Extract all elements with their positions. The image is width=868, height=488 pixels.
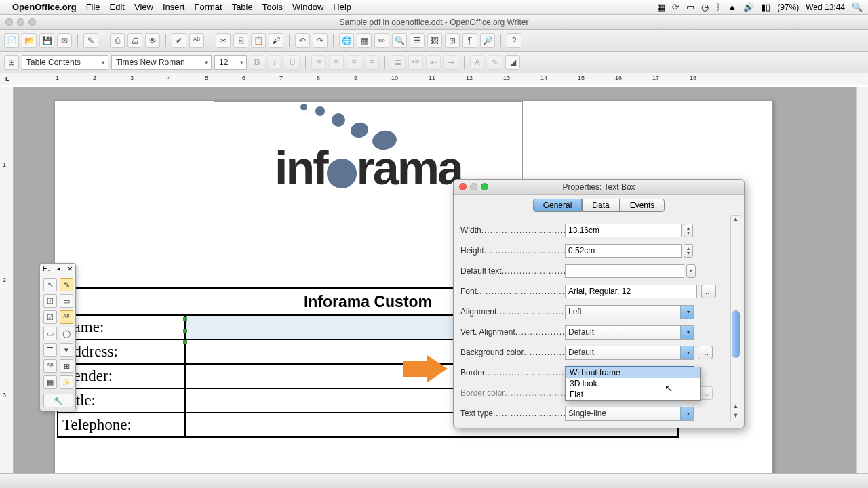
width-spinner[interactable]: ▲▼ [684,224,693,237]
find-button[interactable]: 🔍 [392,33,407,48]
redo-button[interactable]: ↷ [313,33,328,48]
design-mode-button[interactable]: ✎ [60,278,73,291]
bgcolor-browse-button[interactable]: … [698,346,713,359]
save-button[interactable]: 💾 [39,33,54,48]
spellcheck-button[interactable]: ✔ [172,33,186,48]
dialog-scrollbar[interactable]: ▲ ▲ ▼ [730,215,741,422]
print-button[interactable]: 🖨 [127,33,142,48]
table-button[interactable]: ▦ [357,33,372,48]
form-design-button[interactable]: ⊞ [60,359,73,373]
palette-titlebar[interactable]: F.. ◂ ✕ [40,264,75,274]
valign-combo[interactable]: Default [565,325,694,340]
wifi-icon[interactable]: ▲ [728,2,736,12]
form-controls-palette[interactable]: F.. ◂ ✕ ↖ ✎ ☑ ▭ ☑ ᴬᴮ ▭ ◯ ☰ ▾ ᴬᴮ ⊞ ▦ ✨ 🔧 [39,263,76,411]
help-button[interactable]: ? [507,33,521,48]
chevron-icon[interactable]: ◂ [57,265,60,272]
textbox-tool[interactable]: ▭ [60,294,73,308]
italic-button[interactable]: I [267,55,282,70]
open-button[interactable]: 📂 [22,33,37,48]
align-left-button[interactable]: ≡ [311,55,326,70]
textbox-selection-handles[interactable] [185,319,187,342]
datasource-button[interactable]: ⊞ [445,33,460,48]
horizontal-ruler[interactable]: L 123456789101112131415161718 [0,73,868,85]
listbox-tool[interactable]: ☰ [43,343,57,357]
default-text-dropdown-icon[interactable]: ▾ [686,264,696,278]
close-icon[interactable]: ✕ [67,265,73,272]
font-combo[interactable]: Times New Roman [111,55,212,70]
gallery-button[interactable]: 🖼 [427,33,442,48]
menu-help[interactable]: Help [333,2,351,12]
display-icon[interactable]: ▭ [686,2,694,12]
menu-file[interactable]: File [86,2,100,12]
battery-icon[interactable]: ▮▯ [761,2,770,12]
highlight-button[interactable]: ✎ [488,55,502,70]
autocheck-button[interactable]: ᴬᴮ [189,33,204,48]
select-tool[interactable]: ↖ [43,278,57,291]
bullet-list-button[interactable]: •≡ [408,55,423,70]
email-button[interactable]: ✉ [57,33,72,48]
hyperlink-button[interactable]: 🌐 [339,33,354,48]
align-justify-button[interactable]: ≡ [364,55,379,70]
width-input[interactable] [565,224,682,237]
bluetooth-icon[interactable]: ᛒ [715,2,721,12]
menu-view[interactable]: View [134,2,153,12]
size-combo[interactable]: 12 [214,55,247,70]
style-combo[interactable]: Table Contents [22,55,108,70]
numbered-list-button[interactable]: ≣ [391,55,406,70]
more-controls-button[interactable]: ᴬᴮ [43,359,57,373]
menu-format[interactable]: Format [194,2,222,12]
nonprint-button[interactable]: ¶ [462,33,477,48]
pushbutton-tool[interactable]: ▭ [43,327,57,340]
bgcolor-combo[interactable]: Default [565,346,694,360]
menu-edit[interactable]: Edit [110,2,125,12]
flag-icon[interactable]: ▦ [657,2,665,12]
dialog-min-icon[interactable] [470,183,477,190]
height-spinner[interactable]: ▲▼ [684,244,693,258]
bold-button[interactable]: B [250,55,264,70]
label-tool[interactable]: ᴬᴮ [60,310,73,324]
alignment-combo[interactable]: Left [565,305,694,319]
align-center-button[interactable]: ≡ [329,55,344,70]
border-option-flat[interactable]: Flat [566,389,700,400]
combobox-tool[interactable]: ▾ [60,343,73,357]
window-traffic-lights[interactable] [5,18,36,26]
clock[interactable]: Wed 13:44 [806,3,845,12]
formatted-field-tool[interactable]: ☑ [43,310,57,324]
app-name[interactable]: OpenOffice.org [12,2,77,12]
volume-icon[interactable]: 🔊 [743,2,754,12]
menu-table[interactable]: Table [232,2,253,12]
texttype-combo[interactable]: Single-line [565,407,694,421]
default-text-input[interactable] [565,264,684,278]
menu-insert[interactable]: Insert [163,2,185,12]
preview-button[interactable]: 👁 [145,33,160,48]
dialog-close-icon[interactable] [459,183,467,190]
dialog-zoom-icon[interactable] [481,183,488,190]
height-input[interactable] [565,244,682,258]
sync-icon[interactable]: ⟳ [672,2,679,12]
timemachine-icon[interactable]: ◷ [701,2,709,12]
edit-button[interactable]: ✎ [83,33,98,48]
font-input[interactable] [565,285,697,298]
spotlight-icon[interactable]: 🔍 [852,2,863,12]
zoom-button[interactable]: 🔎 [480,33,495,48]
border-option-3d-look[interactable]: 3D look [566,378,700,389]
wrench-button[interactable]: 🔧 [43,394,73,407]
font-browse-button[interactable]: … [701,285,716,298]
properties-dialog[interactable]: Properties: Text Box General Data Events… [453,179,745,428]
bgcolor-button[interactable]: ◢ [505,55,520,70]
vertical-ruler[interactable]: 123 [0,87,14,473]
menu-window[interactable]: Window [292,2,323,12]
paste-button[interactable]: 📋 [251,33,266,48]
menu-tools[interactable]: Tools [262,2,283,12]
align-right-button[interactable]: ≡ [347,55,361,70]
fontcolor-button[interactable]: A [470,55,485,70]
undo-button[interactable]: ↶ [295,33,310,48]
tab-general[interactable]: General [533,199,583,212]
checkbox-tool[interactable]: ☑ [43,294,57,308]
cut-button[interactable]: ✂ [216,33,231,48]
styles-button[interactable]: ⊞ [4,55,19,70]
copy-button[interactable]: ⎘ [233,33,248,48]
draw-button[interactable]: ✏ [374,33,389,48]
indent-dec-button[interactable]: ⇤ [426,55,441,70]
dialog-titlebar[interactable]: Properties: Text Box [454,180,744,195]
